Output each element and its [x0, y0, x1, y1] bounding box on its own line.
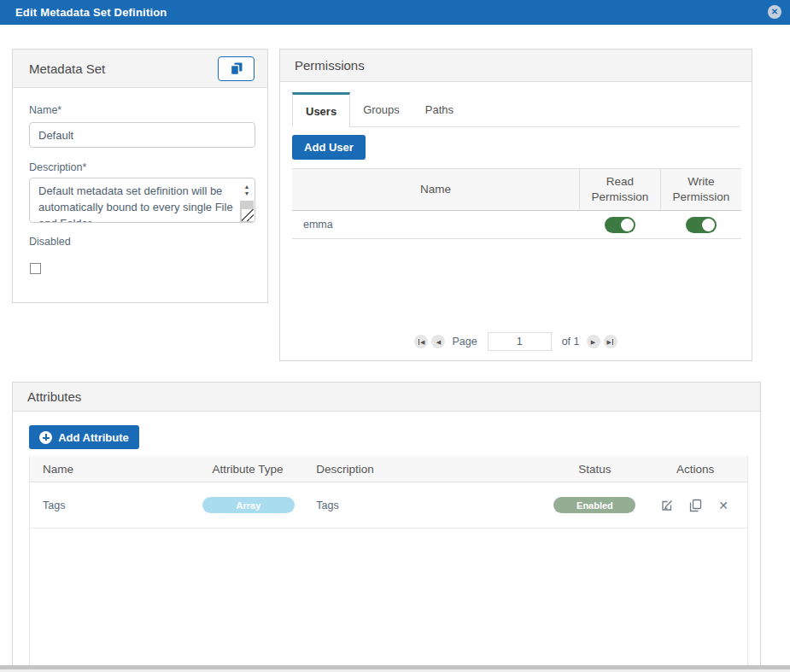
page-of-label: of 1	[562, 336, 580, 348]
col-header-write-permission: Write Permission	[660, 169, 741, 210]
scroll-down-icon: ▼	[244, 190, 250, 197]
col-header-description: Description	[295, 463, 546, 476]
table-row: emma	[292, 211, 741, 239]
description-textarea[interactable]: Default metadata set definition will be …	[29, 178, 255, 223]
description-text: Default metadata set definition will be …	[38, 183, 233, 223]
copy-icon	[689, 499, 702, 512]
disabled-checkbox[interactable]	[30, 263, 41, 274]
attributes-table-header: Name Attribute Type Description Status A…	[30, 456, 747, 482]
status-badge: Enabled	[553, 497, 635, 513]
page-number-input[interactable]	[488, 332, 552, 351]
add-attribute-label: Add Attribute	[58, 431, 129, 444]
col-header-read-permission: Read Permission	[579, 169, 660, 210]
col-header-name: Name	[30, 463, 202, 476]
tab-paths[interactable]: Paths	[413, 92, 466, 126]
col-header-attribute-type: Attribute Type	[202, 463, 296, 476]
metadata-set-title: Metadata Set	[29, 61, 105, 76]
metadata-set-panel: Metadata Set Name* Description* Default …	[12, 49, 268, 303]
permissions-header: Permissions	[280, 50, 752, 82]
col-header-status: Status	[547, 463, 644, 476]
user-name: emma	[292, 219, 579, 231]
attributes-table: Name Attribute Type Description Status A…	[29, 456, 748, 672]
name-input[interactable]	[29, 122, 255, 148]
edit-metadata-set-dialog: Edit Metadata Set Definition ✕ Metadata …	[0, 0, 790, 672]
edit-attribute-button[interactable]	[660, 499, 674, 512]
plus-icon	[39, 431, 52, 444]
add-user-button[interactable]: Add User	[292, 135, 366, 160]
toggle-knob	[702, 219, 715, 231]
attribute-name: Tags	[30, 500, 202, 511]
dialog-title: Edit Metadata Set Definition	[0, 6, 167, 19]
permissions-table-header: Name Read Permission Write Permission	[292, 168, 741, 211]
prev-page-icon[interactable]: ◀	[431, 335, 445, 348]
permissions-title: Permissions	[295, 58, 365, 73]
tab-groups[interactable]: Groups	[350, 92, 413, 126]
permissions-panel: Permissions Users Groups Paths Add User …	[279, 49, 752, 361]
name-label: Name*	[29, 104, 61, 116]
metadata-set-header: Metadata Set	[13, 50, 267, 88]
disabled-label: Disabled	[29, 236, 71, 248]
scroll-up-icon: ▲	[244, 184, 250, 190]
copy-icon	[231, 62, 243, 75]
description-label: Description*	[29, 161, 86, 173]
duplicate-attribute-button[interactable]	[688, 499, 702, 512]
page-label: Page	[452, 336, 477, 348]
attributes-title: Attributes	[27, 389, 81, 404]
delete-attribute-button[interactable]: ✕	[717, 499, 730, 512]
permissions-tabs: Users Groups Paths	[292, 93, 740, 127]
resize-grip-icon[interactable]	[242, 209, 254, 221]
close-icon[interactable]: ✕	[768, 5, 781, 19]
col-header-actions: Actions	[643, 463, 747, 476]
pagination: ◀ ◀ Page of 1 ▶ ▶	[280, 332, 752, 351]
attribute-description: Tags	[295, 500, 546, 511]
col-header-name: Name	[292, 169, 579, 210]
toggle-knob	[621, 219, 634, 231]
edit-icon	[660, 499, 674, 512]
last-page-icon[interactable]: ▶	[604, 335, 617, 348]
add-attribute-button[interactable]: Add Attribute	[29, 425, 139, 449]
write-permission-toggle[interactable]	[686, 217, 717, 233]
next-page-icon[interactable]: ▶	[587, 335, 600, 348]
scrollbar-buttons[interactable]: ▲ ▼	[240, 180, 254, 201]
attributes-panel: Attributes Add Attribute Name Attribute …	[12, 382, 761, 672]
read-permission-toggle[interactable]	[605, 217, 635, 233]
attributes-header: Attributes	[13, 383, 760, 412]
duplicate-metadata-set-button[interactable]	[218, 56, 255, 81]
attribute-type-badge: Array	[202, 497, 295, 513]
permissions-table: Name Read Permission Write Permission em…	[292, 168, 741, 239]
tab-users[interactable]: Users	[292, 92, 350, 127]
first-page-icon[interactable]: ◀	[414, 335, 428, 348]
table-row: Tags Array Tags Enabled	[30, 482, 747, 529]
dialog-titlebar: Edit Metadata Set Definition ✕	[0, 0, 790, 25]
